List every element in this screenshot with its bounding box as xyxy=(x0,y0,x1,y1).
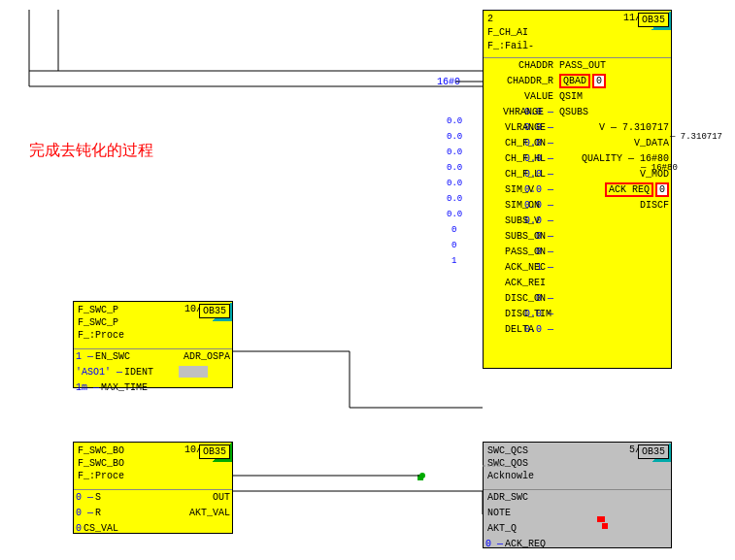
svg-rect-6 xyxy=(418,475,423,480)
svg-text:0.0: 0.0 xyxy=(447,194,462,204)
pin-ack-nec-label: ACK_NEC xyxy=(505,262,546,273)
swc-p-max-time-label: MAX_TIME xyxy=(101,382,148,393)
svg-text:0.0: 0.0 xyxy=(447,210,462,219)
acknowled-akt-q-label: AKT_Q xyxy=(487,523,517,534)
swc-bo-line3: F_:Proce xyxy=(78,470,228,482)
svg-text:0.0: 0.0 xyxy=(447,163,462,173)
swc-p-ob35: OB35 xyxy=(199,304,230,318)
acknowled-ob35: OB35 xyxy=(638,445,669,459)
qbad-box: QBAD xyxy=(559,74,590,88)
pin-chaddr-r-label: CHADDR_R xyxy=(484,76,556,86)
swc-p-adr-ospa-label: ADR_OSPA xyxy=(184,351,230,362)
qbad-val: 0 xyxy=(592,74,606,88)
pin-chf-ll-label: CH_F_LL xyxy=(505,169,546,180)
pin-disc-tim-label: DISC_TIM xyxy=(505,309,551,319)
pin-vhrange-label: VHRANGE xyxy=(503,107,544,117)
swc-p-ident-left: 'ASO1' — xyxy=(74,367,122,378)
pin-disc-on-label: DISC_ON xyxy=(505,293,546,304)
acknowled-block: SWC_QCS SWC_QOS Acknowle 5/1 OB35 ADR_SW… xyxy=(483,442,672,548)
swc-p-line3: F_:Proce xyxy=(78,329,228,342)
swc-p-block: F_SWC_P F_SWC_P F_:Proce 10/1 OB35 1 — E… xyxy=(73,301,233,388)
pin-quality-val: QUALITY — 16#80 xyxy=(582,153,669,164)
pin-pass-on-label: PASS_ON xyxy=(505,247,546,257)
pin-subs-v-label: SUBS_V xyxy=(505,215,540,226)
svg-text:0.0: 0.0 xyxy=(447,148,462,157)
main-block-line2: F_CH_AI xyxy=(487,26,667,40)
pin-ack-rei-label: ACK_REI xyxy=(505,278,546,288)
swc-p-ident-val xyxy=(179,366,208,378)
pin-v-val: V — 7.310717 xyxy=(599,122,669,133)
acknowled-line3: Acknowle xyxy=(487,470,667,482)
qsim-label: QSIM xyxy=(559,91,583,102)
swc-p-ident-label: IDENT xyxy=(124,367,153,378)
pin-discf-label: DISCF xyxy=(640,200,669,211)
swc-bo-akt-val-label: AKT_VAL xyxy=(189,508,230,518)
swc-bo-out-label: OUT xyxy=(213,492,230,503)
swc-bo-s-label: S xyxy=(95,492,101,503)
svg-text:0.0: 0.0 xyxy=(447,179,462,188)
svg-point-13 xyxy=(419,473,425,478)
svg-text:16#0: 16#0 xyxy=(437,77,460,87)
acknowled-adr-swc-label: ADR_SWC xyxy=(487,492,528,503)
swc-p-en-swc-label: EN_SWC xyxy=(95,351,130,362)
swc-p-max-time-left: 1m — xyxy=(74,382,99,393)
svg-text:0: 0 xyxy=(451,241,456,250)
main-block-ob35: OB35 xyxy=(638,13,669,27)
swc-bo-cs-val-label: CS_VAL xyxy=(84,523,118,534)
pin-sim-on-label: SIM_ON xyxy=(505,200,540,211)
acknowled-note-label: NOTE xyxy=(487,508,511,518)
acknowled-ack-req-left: 0 — xyxy=(484,539,503,549)
swc-bo-r-label: R xyxy=(95,508,101,518)
pin-v-mod-label: V_MOD xyxy=(640,169,669,180)
pin-chf-hl-label: CH_F_HL xyxy=(505,153,546,164)
svg-text:0: 0 xyxy=(451,225,456,235)
swc-p-en-swc-left: 1 — xyxy=(74,351,93,362)
swc-bo-s-left: 0 — xyxy=(74,492,93,503)
ack-req-box: ACK REQ xyxy=(605,182,653,197)
pin-pass-out-label: PASS_OUT xyxy=(556,60,671,71)
main-block: 2 F_CH_AI F_:Fail- 11/1 OB35 CHADDR PASS… xyxy=(483,10,672,369)
pin-value-label: VALUE xyxy=(484,91,556,102)
main-block-line3: F_:Fail- xyxy=(487,40,667,53)
svg-text:1: 1 xyxy=(451,256,456,266)
pin-vlrange-label: VLRANGE xyxy=(505,122,546,133)
swc-bo-block: F_SWC_BO F_SWC_BO F_:Proce 10/2 OB35 0 —… xyxy=(73,442,233,534)
pin-ack-req-area: ACK REQ 0 xyxy=(605,182,669,197)
pin-qsubs-label: QSUBS xyxy=(556,107,671,117)
swc-bo-ob35: OB35 xyxy=(199,445,230,459)
pin-subs-on-label: SUBS_ON xyxy=(505,231,546,242)
pin-v-data-label: V_DATA xyxy=(634,138,669,148)
swc-bo-cs-val-left: 0 xyxy=(74,523,82,534)
svg-text:— 7.310717: — 7.310717 xyxy=(669,132,722,142)
pin-qbad-area: QBAD 0 xyxy=(556,74,671,88)
main-label: 完成去钝化的过程 xyxy=(29,141,153,161)
pin-delta-label: DELTA xyxy=(505,324,534,335)
ack-req-val: 0 xyxy=(655,182,669,197)
svg-text:0.0: 0.0 xyxy=(447,116,462,126)
pin-qsim-area: QSIM xyxy=(556,91,671,102)
acknowled-ack-req-label: ACK_REQ xyxy=(505,539,546,549)
pin-chf-on-label: CH_F_ON xyxy=(505,138,546,148)
svg-text:0.0: 0.0 xyxy=(447,132,462,142)
pin-sim-v-label: SIM_V xyxy=(505,184,534,195)
swc-bo-r-left: 0 — xyxy=(74,508,93,518)
pin-chaddr-label: CHADDR xyxy=(484,60,556,71)
